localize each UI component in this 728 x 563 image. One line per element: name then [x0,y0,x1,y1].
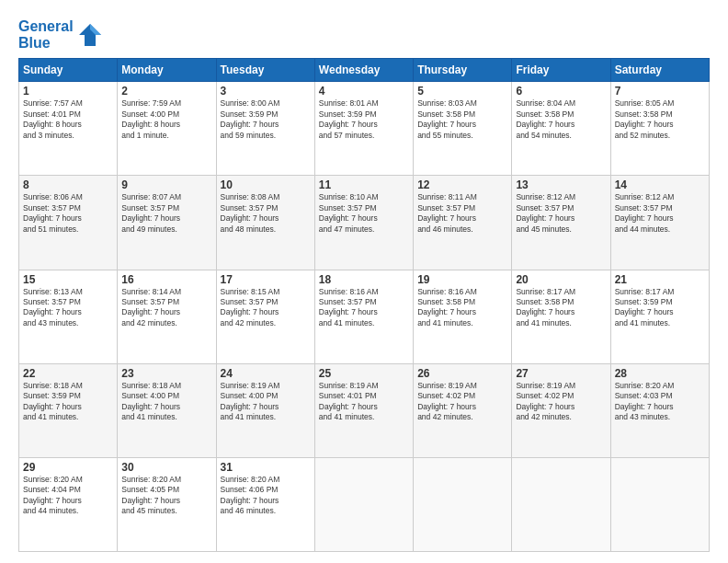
day-info: Sunrise: 8:20 AM Sunset: 4:05 PM Dayligh… [121,475,211,517]
day-number: 18 [319,273,409,286]
calendar-cell: 21Sunrise: 8:17 AM Sunset: 3:59 PM Dayli… [610,270,709,363]
calendar-cell [414,457,512,551]
calendar-header-row: SundayMondayTuesdayWednesdayThursdayFrid… [19,59,710,82]
calendar-cell: 4Sunrise: 8:01 AM Sunset: 3:59 PM Daylig… [314,82,413,176]
weekday-header-friday: Friday [512,59,610,82]
day-info: Sunrise: 8:20 AM Sunset: 4:06 PM Dayligh… [221,475,311,517]
day-number: 20 [516,273,606,286]
day-info: Sunrise: 8:19 AM Sunset: 4:02 PM Dayligh… [516,381,606,423]
day-number: 4 [319,85,409,98]
calendar-cell: 19Sunrise: 8:16 AM Sunset: 3:58 PM Dayli… [414,270,512,363]
logo: General Blue [18,18,103,51]
day-info: Sunrise: 8:12 AM Sunset: 3:57 PM Dayligh… [615,192,705,235]
calendar-cell: 28Sunrise: 8:20 AM Sunset: 4:03 PM Dayli… [610,363,709,457]
weekday-header-thursday: Thursday [414,59,512,82]
calendar-cell: 30Sunrise: 8:20 AM Sunset: 4:05 PM Dayli… [118,457,216,551]
calendar-cell: 16Sunrise: 8:14 AM Sunset: 3:57 PM Dayli… [118,270,216,363]
calendar-cell: 24Sunrise: 8:19 AM Sunset: 4:00 PM Dayli… [216,363,314,457]
calendar-cell: 25Sunrise: 8:19 AM Sunset: 4:01 PM Dayli… [314,363,413,457]
calendar-cell: 6Sunrise: 8:04 AM Sunset: 3:58 PM Daylig… [512,82,610,176]
day-info: Sunrise: 8:15 AM Sunset: 3:57 PM Dayligh… [221,287,311,329]
day-number: 19 [417,273,507,286]
day-info: Sunrise: 7:57 AM Sunset: 4:01 PM Dayligh… [23,98,113,141]
day-info: Sunrise: 8:18 AM Sunset: 4:00 PM Dayligh… [121,381,211,423]
day-number: 15 [23,273,113,286]
day-number: 26 [417,367,507,380]
calendar-cell: 3Sunrise: 8:00 AM Sunset: 3:59 PM Daylig… [216,82,314,176]
day-number: 9 [121,178,211,191]
day-info: Sunrise: 8:10 AM Sunset: 3:57 PM Dayligh… [319,192,409,235]
day-number: 6 [516,85,606,98]
calendar-cell: 8Sunrise: 8:06 AM Sunset: 3:57 PM Daylig… [19,176,118,270]
calendar-cell: 5Sunrise: 8:03 AM Sunset: 3:58 PM Daylig… [414,82,512,176]
calendar-cell [512,457,610,551]
day-info: Sunrise: 8:14 AM Sunset: 3:57 PM Dayligh… [121,287,211,329]
day-info: Sunrise: 8:19 AM Sunset: 4:00 PM Dayligh… [221,381,311,423]
day-number: 24 [221,367,311,380]
day-number: 12 [417,178,507,191]
calendar-week-1: 1Sunrise: 7:57 AM Sunset: 4:01 PM Daylig… [19,82,710,176]
calendar-cell [610,457,709,551]
calendar-cell: 29Sunrise: 8:20 AM Sunset: 4:04 PM Dayli… [19,457,118,551]
calendar-week-4: 22Sunrise: 8:18 AM Sunset: 3:59 PM Dayli… [19,363,710,457]
logo-icon [77,22,103,48]
header: General Blue [18,15,710,51]
day-number: 28 [615,367,705,380]
weekday-header-saturday: Saturday [610,59,709,82]
day-info: Sunrise: 8:16 AM Sunset: 3:57 PM Dayligh… [319,287,409,329]
day-info: Sunrise: 8:20 AM Sunset: 4:04 PM Dayligh… [23,475,113,517]
day-info: Sunrise: 8:06 AM Sunset: 3:57 PM Dayligh… [23,192,113,235]
day-info: Sunrise: 8:19 AM Sunset: 4:01 PM Dayligh… [319,381,409,423]
calendar-cell: 15Sunrise: 8:13 AM Sunset: 3:57 PM Dayli… [19,270,118,363]
day-info: Sunrise: 8:17 AM Sunset: 3:58 PM Dayligh… [516,287,606,329]
day-number: 13 [516,178,606,191]
logo-text: General [18,18,74,35]
day-info: Sunrise: 8:00 AM Sunset: 3:59 PM Dayligh… [221,98,311,141]
day-info: Sunrise: 8:13 AM Sunset: 3:57 PM Dayligh… [23,287,113,329]
calendar-cell: 1Sunrise: 7:57 AM Sunset: 4:01 PM Daylig… [19,82,118,176]
day-number: 29 [23,461,113,474]
day-number: 3 [221,85,311,98]
weekday-header-sunday: Sunday [19,59,118,82]
day-number: 7 [615,85,705,98]
calendar-week-3: 15Sunrise: 8:13 AM Sunset: 3:57 PM Dayli… [19,270,710,363]
calendar-cell: 31Sunrise: 8:20 AM Sunset: 4:06 PM Dayli… [216,457,314,551]
logo-general: General [18,18,74,34]
day-info: Sunrise: 8:19 AM Sunset: 4:02 PM Dayligh… [417,381,507,423]
day-number: 30 [121,461,211,474]
calendar-cell: 23Sunrise: 8:18 AM Sunset: 4:00 PM Dayli… [118,363,216,457]
calendar-cell: 2Sunrise: 7:59 AM Sunset: 4:00 PM Daylig… [118,82,216,176]
day-number: 21 [615,273,705,286]
calendar-cell: 27Sunrise: 8:19 AM Sunset: 4:02 PM Dayli… [512,363,610,457]
calendar-cell: 10Sunrise: 8:08 AM Sunset: 3:57 PM Dayli… [216,176,314,270]
day-info: Sunrise: 8:16 AM Sunset: 3:58 PM Dayligh… [417,287,507,329]
day-number: 22 [23,367,113,380]
calendar-week-2: 8Sunrise: 8:06 AM Sunset: 3:57 PM Daylig… [19,176,710,270]
day-info: Sunrise: 8:12 AM Sunset: 3:57 PM Dayligh… [516,192,606,235]
day-number: 14 [615,178,705,191]
calendar-cell: 20Sunrise: 8:17 AM Sunset: 3:58 PM Dayli… [512,270,610,363]
calendar-cell: 13Sunrise: 8:12 AM Sunset: 3:57 PM Dayli… [512,176,610,270]
day-info: Sunrise: 8:01 AM Sunset: 3:59 PM Dayligh… [319,98,409,141]
calendar-cell: 14Sunrise: 8:12 AM Sunset: 3:57 PM Dayli… [610,176,709,270]
day-number: 5 [417,85,507,98]
calendar-table: SundayMondayTuesdayWednesdayThursdayFrid… [18,58,710,552]
day-info: Sunrise: 8:03 AM Sunset: 3:58 PM Dayligh… [417,98,507,141]
calendar-cell: 17Sunrise: 8:15 AM Sunset: 3:57 PM Dayli… [216,270,314,363]
calendar-cell: 12Sunrise: 8:11 AM Sunset: 3:57 PM Dayli… [414,176,512,270]
calendar-cell: 18Sunrise: 8:16 AM Sunset: 3:57 PM Dayli… [314,270,413,363]
day-number: 17 [221,273,311,286]
calendar-cell: 26Sunrise: 8:19 AM Sunset: 4:02 PM Dayli… [414,363,512,457]
day-info: Sunrise: 8:17 AM Sunset: 3:59 PM Dayligh… [615,287,705,329]
day-info: Sunrise: 8:07 AM Sunset: 3:57 PM Dayligh… [121,192,211,235]
day-number: 1 [23,85,113,98]
day-number: 16 [121,273,211,286]
day-info: Sunrise: 8:11 AM Sunset: 3:57 PM Dayligh… [417,192,507,235]
day-info: Sunrise: 8:05 AM Sunset: 3:58 PM Dayligh… [615,98,705,141]
day-number: 11 [319,178,409,191]
page: General Blue SundayMondayTuesdayWednesda… [0,0,728,563]
logo-blue-text: Blue [18,35,51,51]
day-number: 2 [121,85,211,98]
calendar-cell: 11Sunrise: 8:10 AM Sunset: 3:57 PM Dayli… [314,176,413,270]
weekday-header-tuesday: Tuesday [216,59,314,82]
